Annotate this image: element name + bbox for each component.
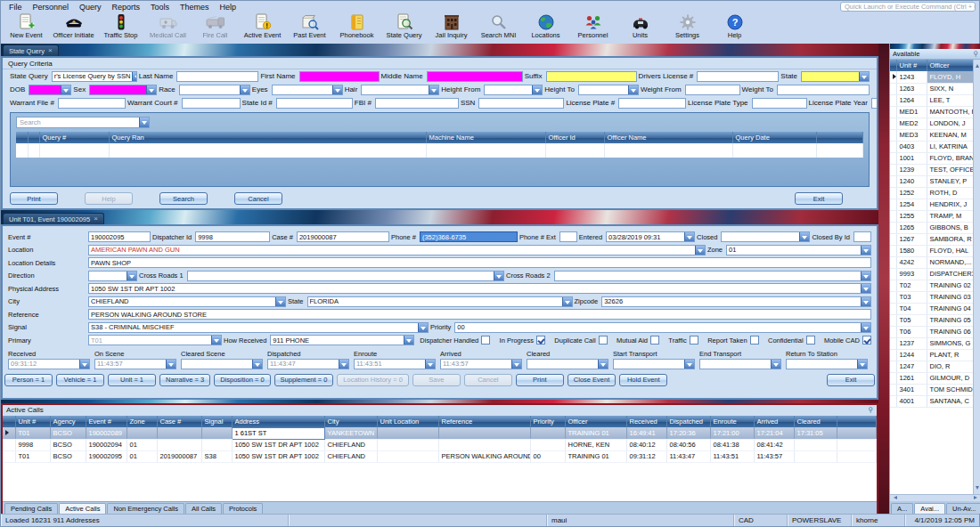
available-unit-row[interactable]: 1254HENDRIX, J bbox=[890, 199, 974, 210]
race-field[interactable] bbox=[179, 85, 250, 95]
available-unit-row[interactable]: 1240STANLEY, P bbox=[890, 175, 974, 187]
return-to-station-field[interactable] bbox=[786, 359, 868, 369]
tab-unit-event[interactable]: Unit T01, Event 190002095 bbox=[3, 213, 104, 224]
signal-field[interactable]: S38 - CRIMINAL MISCHIEF bbox=[88, 322, 429, 333]
available-unit-row[interactable]: T04TRAINING 04 bbox=[890, 303, 974, 314]
chevron-down-icon[interactable] bbox=[425, 360, 435, 369]
chevron-down-icon[interactable] bbox=[562, 297, 572, 306]
closed-field[interactable] bbox=[721, 231, 810, 242]
column-header-query[interactable]: Query # bbox=[39, 132, 109, 143]
column-header-officer-name[interactable]: Officer Name bbox=[604, 132, 732, 143]
available-unit-row[interactable]: 1261GILMOUR, D bbox=[890, 372, 974, 384]
column-header-priority[interactable]: Priority bbox=[530, 416, 565, 427]
chevron-down-icon[interactable] bbox=[861, 272, 870, 280]
chevron-down-icon[interactable] bbox=[240, 85, 249, 94]
on-scene-field[interactable]: 11:43:57 bbox=[94, 359, 176, 369]
hair-field[interactable] bbox=[361, 85, 439, 95]
duplicate-call-checkbox[interactable] bbox=[599, 336, 608, 345]
available-unit-row[interactable]: 1255TRAMP, M bbox=[890, 210, 974, 222]
tab-state-query[interactable]: State Query bbox=[3, 45, 59, 56]
end-transport-field[interactable] bbox=[699, 359, 781, 369]
available-unit-row[interactable]: T06TRAINING 06 bbox=[890, 326, 974, 337]
city-field[interactable]: CHIEFLAND bbox=[88, 296, 286, 307]
unit-1-button[interactable]: Unit = 1 bbox=[108, 374, 156, 386]
available-unit-row[interactable]: 1580FLOYD, HAL bbox=[890, 245, 974, 256]
available-unit-row[interactable]: 1239TEST, OFFICER bbox=[890, 164, 974, 175]
toolbar-past-event[interactable]: Past Event bbox=[286, 12, 333, 39]
chevron-down-icon[interactable] bbox=[628, 85, 638, 94]
cross-roads-2-field[interactable] bbox=[554, 271, 871, 281]
dob-field[interactable] bbox=[29, 85, 71, 95]
confidential-checkbox[interactable] bbox=[806, 336, 815, 345]
state-field[interactable] bbox=[801, 71, 870, 82]
menu-item-help[interactable]: Help bbox=[215, 3, 242, 12]
toolbar-search-mni[interactable]: Search MNI bbox=[475, 12, 522, 39]
report-taken-checkbox[interactable] bbox=[750, 336, 759, 345]
sex-field[interactable] bbox=[89, 85, 157, 95]
location-field[interactable]: AMERICAN PAWN AND GUN bbox=[88, 245, 706, 255]
chevron-down-icon[interactable] bbox=[429, 85, 438, 94]
tab-a[interactable]: A... bbox=[891, 503, 913, 514]
cell-address[interactable]: 1 61ST ST bbox=[232, 427, 324, 439]
menu-item-tools[interactable]: Tools bbox=[145, 3, 175, 12]
column-header-address[interactable]: Address bbox=[232, 416, 324, 427]
location-details-field[interactable]: PAWN SHOP bbox=[88, 257, 871, 268]
pin-icon[interactable]: ⚲ bbox=[868, 405, 873, 416]
column-header-cleared[interactable]: Cleared bbox=[794, 416, 837, 427]
column-header-dispatched[interactable]: Dispatched bbox=[666, 416, 710, 427]
active-call-row[interactable]: T01BCSO190002095012019000087S381050 SW 1… bbox=[3, 450, 877, 462]
chevron-down-icon[interactable] bbox=[339, 360, 348, 369]
height-to-field[interactable] bbox=[578, 85, 639, 95]
mobile-cad-checkbox[interactable] bbox=[862, 336, 871, 345]
tab-protocols[interactable]: Protocols bbox=[223, 503, 263, 514]
warrant-file-field[interactable] bbox=[58, 98, 126, 109]
tab-un-av[interactable]: Un-Av... bbox=[946, 503, 980, 514]
chevron-down-icon[interactable] bbox=[211, 336, 221, 345]
available-unit-row[interactable]: 1247DIO, R bbox=[890, 361, 974, 372]
chevron-down-icon[interactable] bbox=[861, 284, 870, 293]
toolbar-officer-initiate[interactable]: Officer Initiate bbox=[50, 12, 97, 39]
chevron-down-icon[interactable] bbox=[61, 85, 70, 94]
column-header-case[interactable]: Case # bbox=[157, 416, 201, 427]
toolbar-state-query[interactable]: State Query bbox=[380, 12, 428, 39]
chevron-down-icon[interactable] bbox=[332, 85, 342, 94]
available-unit-row[interactable]: MED2LONDON, J bbox=[890, 118, 974, 129]
flag-dispatcher-handled[interactable]: Dispatcher Handled bbox=[420, 336, 490, 345]
chevron-down-icon[interactable] bbox=[494, 272, 503, 280]
toolbar-units[interactable]: Units bbox=[617, 12, 664, 39]
chevron-down-icon[interactable] bbox=[404, 336, 413, 345]
column-header-unit[interactable]: Unit # bbox=[15, 416, 50, 427]
vehicle-1-button[interactable]: Vehicle = 1 bbox=[56, 374, 104, 386]
column-header-officer-id[interactable]: Officer Id bbox=[545, 132, 604, 143]
chevron-down-icon[interactable] bbox=[861, 246, 870, 255]
priority-field[interactable]: 00 bbox=[454, 322, 871, 333]
available-unit-row[interactable]: 1243FLOYD, H bbox=[890, 71, 974, 83]
dispatcher-handled-checkbox[interactable] bbox=[481, 336, 490, 345]
column-header-unit[interactable]: Unit # bbox=[896, 60, 927, 71]
license-plate-field[interactable] bbox=[618, 98, 686, 109]
received-field[interactable]: 09:31:12 bbox=[8, 359, 90, 369]
direction-field[interactable] bbox=[88, 271, 137, 281]
chevron-down-icon[interactable] bbox=[127, 272, 136, 280]
flag-mutual-aid[interactable]: Mutual Aid bbox=[617, 336, 659, 345]
close-event-button[interactable]: Close Event bbox=[568, 374, 616, 386]
available-unit-row[interactable]: 1244PLANT, R bbox=[890, 349, 974, 361]
column-header-signal[interactable]: Signal bbox=[201, 416, 232, 427]
closed-by-id-field[interactable] bbox=[853, 231, 871, 242]
available-unit-row[interactable]: T05TRAINING 05 bbox=[890, 314, 974, 326]
chevron-down-icon[interactable] bbox=[861, 323, 870, 332]
start-transport-field[interactable] bbox=[613, 359, 695, 369]
chevron-down-icon[interactable] bbox=[511, 360, 521, 369]
hold-event-button[interactable]: Hold Event bbox=[619, 374, 667, 386]
toolbar-jail-inquiry[interactable]: Jail Inquiry bbox=[428, 12, 475, 39]
column-header-zone[interactable]: Zone bbox=[127, 416, 157, 427]
menu-item-personnel[interactable]: Personnel bbox=[28, 3, 75, 12]
event-field[interactable]: 190002095 bbox=[88, 231, 151, 242]
ssn-field[interactable] bbox=[478, 98, 564, 109]
menu-item-file[interactable]: File bbox=[4, 3, 28, 12]
in-progress-checkbox[interactable] bbox=[536, 336, 545, 345]
chevron-down-icon[interactable] bbox=[684, 360, 694, 369]
tab-avai[interactable]: Avai... bbox=[914, 503, 945, 514]
flag-report-taken[interactable]: Report Taken bbox=[707, 336, 758, 345]
toolbar-personnel[interactable]: Personnel bbox=[569, 12, 617, 39]
